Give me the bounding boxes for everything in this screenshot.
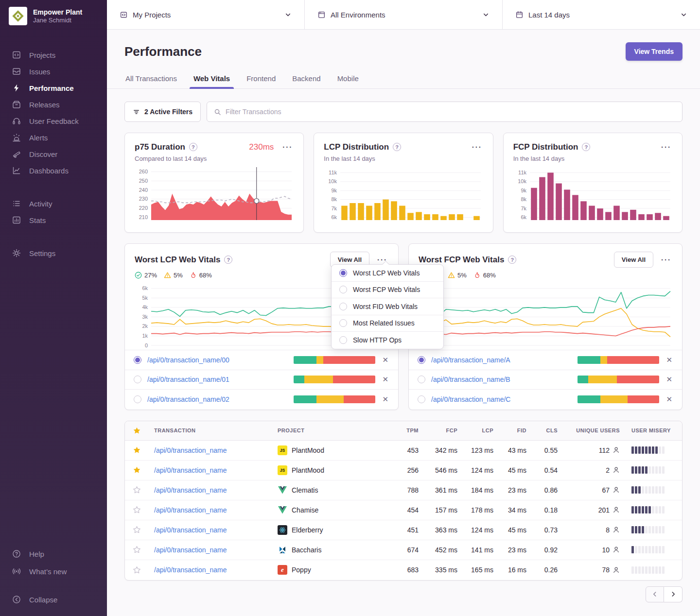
project-cell[interactable]: Elderberry [278, 525, 388, 535]
transaction-link[interactable]: /api/0/transaction_name [154, 466, 278, 474]
sidebar-item-collapse[interactable]: Collapse [0, 591, 107, 608]
previous-page-button[interactable] [646, 586, 664, 602]
favorite-star-icon[interactable] [133, 546, 141, 554]
sidebar-item-stats[interactable]: Stats [0, 212, 107, 228]
svg-text:6k: 6k [332, 214, 337, 220]
close-icon[interactable]: ✕ [381, 375, 389, 384]
view-trends-button[interactable]: View Trends [626, 42, 682, 61]
column-header-user-misery[interactable]: USER MISERY [620, 428, 674, 433]
transaction-link[interactable]: /api/0/transaction_name/00 [147, 356, 229, 364]
transaction-link[interactable]: /api/0/transaction_name/C [431, 395, 510, 403]
date-range-dropdown[interactable]: Last 14 days [503, 0, 700, 29]
favorite-star-icon[interactable] [133, 526, 141, 534]
menu-option-worst-lcp-web-vitals[interactable]: Worst LCP Web Vitals [332, 265, 443, 282]
project-cell[interactable]: ePoppy [278, 565, 388, 575]
sidebar-item-alerts[interactable]: Alerts [0, 129, 107, 146]
org-switcher[interactable]: Empower Plant Jane Schmidt [0, 0, 107, 32]
project-cell[interactable]: JSPlantMood [278, 445, 388, 455]
menu-option-worst-fid-web-vitals[interactable]: Worst FID Web Vitals [332, 298, 443, 315]
column-header-fid[interactable]: FID [493, 428, 526, 433]
help-icon[interactable]: ? [508, 256, 516, 264]
search-box [207, 102, 682, 122]
close-icon[interactable]: ✕ [665, 395, 673, 404]
transaction-link[interactable]: /api/0/transaction_name/02 [147, 395, 229, 403]
column-header-lcp[interactable]: LCP [457, 428, 493, 433]
tab-backend[interactable]: Backend [291, 70, 321, 88]
column-header-transaction[interactable]: TRANSACTION [154, 428, 278, 433]
activity-icon [12, 199, 21, 208]
radio-button[interactable] [418, 376, 425, 383]
user-icon [612, 526, 620, 533]
card-menu-button[interactable]: ··· [281, 141, 294, 153]
unique-users-value: 8 [558, 526, 620, 534]
search-input[interactable] [226, 108, 675, 116]
transaction-link[interactable]: /api/0/transaction_name [154, 486, 278, 494]
transaction-link[interactable]: /api/0/transaction_name [154, 446, 278, 454]
help-icon[interactable]: ? [582, 143, 590, 151]
sidebar-item-what-s-new[interactable]: What’s new [0, 563, 107, 580]
active-filters-button[interactable]: 2 Active Filters [124, 102, 201, 122]
project-cell[interactable]: Baccharis [278, 545, 388, 555]
sidebar-item-projects[interactable]: Projects [0, 47, 107, 63]
project-cell[interactable]: Clematis [278, 485, 388, 495]
sidebar-item-user-feedback[interactable]: User Feedback [0, 113, 107, 129]
project-cell[interactable]: Chamise [278, 505, 388, 515]
tab-all-transactions[interactable]: All Transactions [124, 70, 178, 88]
transaction-link[interactable]: /api/0/transaction_name/A [431, 356, 510, 364]
close-icon[interactable]: ✕ [381, 356, 389, 364]
radio-button[interactable] [134, 356, 141, 364]
transaction-link[interactable]: /api/0/transaction_name [154, 546, 278, 554]
vitals-row: /api/0/transaction_name/B ✕ [409, 370, 682, 390]
environment-filter-dropdown[interactable]: All Environments [305, 0, 503, 29]
radio-button[interactable] [134, 376, 141, 383]
vitals-distribution-bar [294, 356, 375, 364]
tab-web-vitals[interactable]: Web Vitals [192, 70, 231, 88]
transaction-link[interactable]: /api/0/transaction_name [154, 526, 278, 534]
tab-frontend[interactable]: Frontend [245, 70, 277, 88]
column-header-project[interactable]: PROJECT [278, 428, 388, 433]
next-page-button[interactable] [664, 586, 682, 602]
card-menu-button[interactable]: ··· [660, 141, 672, 153]
table-row: /api/0/transaction_name Elderberry 451 3… [125, 520, 682, 540]
favorite-star-icon[interactable] [133, 566, 141, 574]
transaction-link[interactable]: /api/0/transaction_name/01 [147, 376, 229, 383]
menu-option-worst-fcp-web-vitals[interactable]: Worst FCP Web Vitals [332, 282, 443, 299]
favorite-star-icon[interactable] [133, 466, 141, 474]
column-header-cls[interactable]: CLS [526, 428, 558, 433]
help-icon[interactable]: ? [224, 256, 232, 264]
menu-option-most-related-issues[interactable]: Most Related Issues [332, 315, 443, 332]
sidebar-item-help[interactable]: Help [0, 545, 107, 563]
project-filter-dropdown[interactable]: My Projects [107, 0, 305, 29]
radio-button[interactable] [418, 356, 425, 364]
sidebar-item-releases[interactable]: Releases [0, 96, 107, 113]
sidebar-item-dashboards[interactable]: Dashboards [0, 162, 107, 179]
view-all-button[interactable]: View All [614, 252, 653, 268]
close-icon[interactable]: ✕ [665, 375, 673, 384]
help-icon[interactable]: ? [393, 143, 401, 151]
sidebar-item-issues[interactable]: Issues [0, 63, 107, 80]
close-icon[interactable]: ✕ [381, 395, 389, 404]
sidebar-item-settings[interactable]: Settings [0, 245, 107, 261]
sidebar-item-discover[interactable]: Discover [0, 146, 107, 162]
transaction-link[interactable]: /api/0/transaction_name/B [431, 376, 510, 383]
column-header-unique-users[interactable]: UNIQUE USERS [558, 428, 620, 433]
transaction-link[interactable]: /api/0/transaction_name [154, 566, 278, 574]
favorite-star-icon[interactable] [133, 446, 141, 454]
transaction-link[interactable]: /api/0/transaction_name [154, 506, 278, 514]
favorite-star-icon[interactable] [133, 486, 141, 494]
tab-mobile[interactable]: Mobile [336, 70, 360, 88]
vitals-cards-row: Worst LCP Web Vitals ? View All ··· 27%5… [124, 243, 682, 410]
column-header-fcp[interactable]: FCP [419, 428, 457, 433]
close-icon[interactable]: ✕ [665, 356, 673, 364]
sidebar-item-performance[interactable]: Performance [0, 80, 107, 96]
menu-option-slow-http-ops[interactable]: Slow HTTP Ops [332, 332, 443, 349]
project-cell[interactable]: JSPlantMood [278, 465, 388, 475]
help-icon[interactable]: ? [189, 143, 197, 151]
sidebar-item-activity[interactable]: Activity [0, 195, 107, 212]
radio-button[interactable] [134, 395, 141, 403]
column-header-tpm[interactable]: TPM [388, 428, 419, 433]
card-menu-button[interactable]: ··· [660, 254, 672, 265]
card-menu-button[interactable]: ··· [471, 141, 483, 153]
favorite-star-icon[interactable] [133, 506, 141, 514]
radio-button[interactable] [418, 395, 425, 403]
